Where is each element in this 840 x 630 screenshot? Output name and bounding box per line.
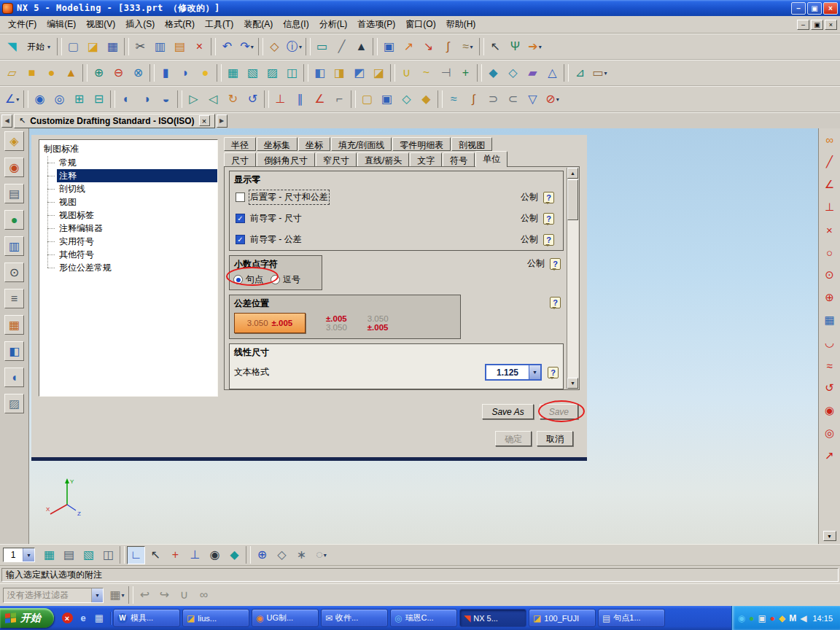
arc-tool-icon[interactable]: ◡	[822, 335, 838, 351]
sheet-body-icon-4[interactable]: ◫	[283, 64, 301, 82]
tab-lower-7[interactable]: 单位	[475, 151, 508, 167]
show-desktop-icon[interactable]: ▦	[93, 612, 106, 625]
close-button[interactable]: ×	[823, 2, 838, 15]
cut-icon[interactable]: ✂	[131, 38, 149, 56]
thread-icon[interactable]: ⊂	[504, 90, 522, 109]
snap-mid-icon[interactable]: ◌▾	[312, 546, 330, 564]
volume-icon[interactable]: ◀	[800, 613, 806, 623]
curve-tool-icon-1[interactable]: ∪	[397, 64, 416, 82]
draft-icon[interactable]: ▽	[524, 90, 542, 109]
point-tool-icon[interactable]: ◉	[822, 402, 838, 419]
target-tool-icon[interactable]: ◎	[822, 425, 838, 441]
screenshot-icon[interactable]: ◇	[265, 38, 284, 56]
datum-plane-icon[interactable]: ▱	[3, 64, 21, 82]
tab-lower-6[interactable]: 符号	[443, 152, 475, 167]
prev-selection-icon[interactable]: ↩	[136, 586, 154, 604]
info-icon[interactable]: ⓘ▾	[285, 38, 303, 56]
export-icon[interactable]: ↗	[400, 38, 418, 56]
tray-icon-5[interactable]: ◆	[779, 613, 785, 623]
ok-button[interactable]: 确定	[495, 431, 532, 446]
save-as-button[interactable]: Save As	[482, 404, 533, 419]
hd3d-tools-icon[interactable]: ▥	[4, 236, 24, 256]
tab-upper-4[interactable]: 填充/剖面线	[331, 137, 392, 151]
history-icon[interactable]: ⊙	[4, 262, 24, 282]
mdi-minimize-button[interactable]: –	[797, 20, 809, 30]
menu-item-4[interactable]: 插入(S)	[120, 16, 160, 33]
layer-settings-icon[interactable]: ◫	[99, 546, 117, 564]
part-navigator-icon[interactable]: ▤	[4, 184, 24, 203]
sweep-icon[interactable]: ⊿	[571, 64, 589, 82]
open-folder-icon[interactable]: ◪	[84, 38, 102, 56]
system-materials-icon[interactable]: ≡	[4, 289, 24, 308]
tab-lower-3[interactable]: 窄尺寸	[316, 152, 357, 167]
feature-icon-2[interactable]: ◨	[330, 64, 349, 82]
manufacturing-wizard-icon[interactable]: ◧	[4, 341, 24, 361]
taskbar-task-2[interactable]: ◪lius...	[182, 609, 249, 627]
sheet-body-icon-3[interactable]: ▨	[263, 64, 281, 82]
back-icon[interactable]: ◁	[204, 90, 222, 109]
constraint-navigator-icon[interactable]: ◉	[4, 158, 24, 177]
minimize-button[interactable]: –	[791, 2, 806, 15]
mesh-icon[interactable]: ▭▾	[591, 64, 609, 82]
start-menu-button[interactable]: 开始▾	[22, 39, 55, 55]
delete-icon[interactable]: ×	[190, 38, 209, 56]
corner-icon[interactable]: ⌐	[330, 90, 349, 109]
surface-icon-2[interactable]: ◇	[504, 64, 522, 82]
layer-category-icon[interactable]: ▧	[79, 546, 98, 564]
extrude-icon[interactable]: ▮	[157, 64, 175, 82]
cylinder-icon[interactable]: ●	[42, 64, 61, 82]
launch-stop-icon[interactable]: ×	[61, 612, 74, 625]
circle-icon[interactable]: ◎	[50, 90, 69, 109]
origin-icon[interactable]: ◉	[206, 546, 224, 564]
feature-icon-1[interactable]: ◧	[311, 64, 329, 82]
perpendicular-icon[interactable]: ⊥	[271, 90, 289, 109]
tray-icon-3[interactable]: ▣	[758, 613, 766, 623]
tree-root-item[interactable]: 制图标准	[42, 142, 214, 156]
tolerance-option-2[interactable]: ±.0053.050	[326, 314, 347, 332]
checkbox-2[interactable]: ✓	[236, 214, 245, 223]
tolerance-option-3[interactable]: 3.050±.005	[368, 314, 389, 332]
surface-icon-4[interactable]: △	[543, 64, 561, 82]
taskbar-clock[interactable]: 14:15	[812, 614, 833, 623]
tab-scroll-left-button[interactable]: ◀	[1, 114, 12, 128]
feature-icon-3[interactable]: ◩	[350, 64, 368, 82]
reuse-library-icon[interactable]: ●	[4, 210, 24, 230]
new-file-icon[interactable]: ▢	[64, 38, 82, 56]
roles-icon[interactable]: ◖	[4, 368, 24, 387]
menu-item-2[interactable]: 编辑(E)	[42, 16, 81, 33]
combo-dropdown-button[interactable]: ▼	[23, 548, 34, 561]
chamfer-icon[interactable]: ∫	[464, 90, 483, 109]
trim-icon[interactable]: ⊣	[437, 64, 455, 82]
rotate-tool-icon[interactable]: ↺	[822, 380, 838, 396]
curve-icon[interactable]: ≈▾	[459, 38, 477, 56]
help-icon[interactable]: ?	[543, 192, 554, 203]
start-button[interactable]: 开始	[0, 608, 54, 628]
pocket-icon[interactable]: ▣	[378, 90, 396, 109]
tab-upper-2[interactable]: 坐标集	[257, 137, 298, 151]
tolerance-option-1[interactable]: 3.050±.005	[234, 313, 306, 333]
perpendicular-tool-icon[interactable]: ⊥	[822, 199, 838, 215]
menu-item-12[interactable]: 帮助(H)	[441, 16, 481, 33]
window-icon[interactable]: ▣	[380, 38, 398, 56]
taskbar-task-6[interactable]: ◥NX 5...	[459, 609, 526, 627]
sheet-body-icon-1[interactable]: ▦	[224, 64, 242, 82]
tree-item-3[interactable]: 剖切线	[47, 182, 214, 195]
surface-icon-3[interactable]: ▰	[524, 64, 542, 82]
radio-option-1[interactable]: 句点	[233, 273, 263, 286]
magnet-icon[interactable]: ∪	[175, 586, 193, 604]
internet-browser-icon[interactable]: ▨	[4, 394, 24, 413]
tree-browse-icon[interactable]: Ψ	[506, 38, 524, 56]
combo-dropdown-button[interactable]: ▼	[529, 365, 540, 379]
grid-cube-icon[interactable]: ▦	[822, 312, 838, 328]
measure-icon[interactable]: ▭	[313, 38, 331, 56]
graphics-area[interactable]: X Y Z 制图标准 常规注释剖切线视图视图标签注释编辑器实用符号其他符号形位公…	[29, 128, 818, 544]
concentric-tool-icon[interactable]: ⊙	[822, 267, 838, 283]
taskbar-task-1[interactable]: W模具...	[113, 609, 180, 627]
layer-work-icon[interactable]: ▤	[60, 546, 78, 564]
tab-upper-5[interactable]: 零件明细表	[392, 137, 451, 151]
tree-item-5[interactable]: 视图标签	[47, 209, 214, 222]
internet-explorer-icon[interactable]: e	[77, 612, 90, 625]
tray-icon-1[interactable]: ◉	[738, 613, 745, 623]
cancel-button[interactable]: 取消	[537, 431, 573, 446]
layer-visible-icon[interactable]: ▦	[40, 546, 58, 564]
